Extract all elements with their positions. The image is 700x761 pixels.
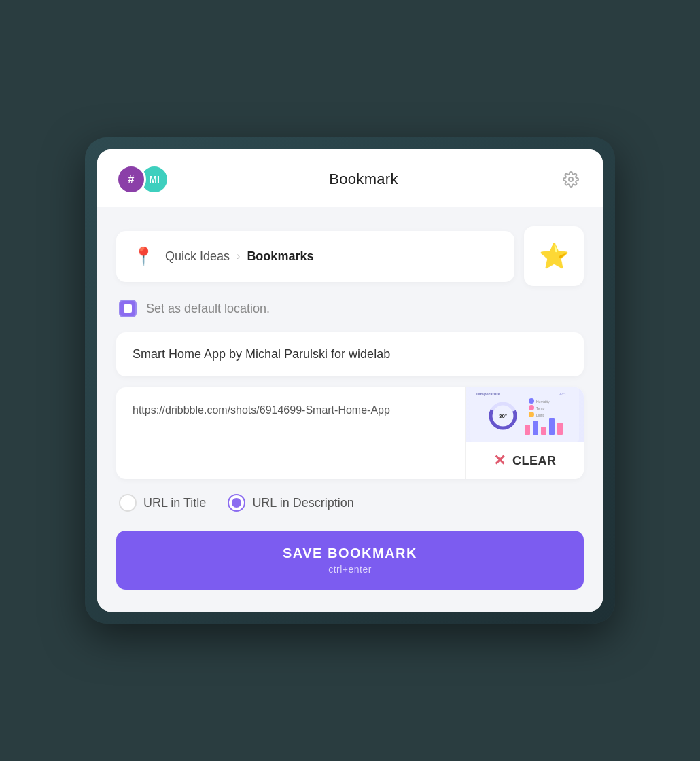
radio-circle-description bbox=[228, 494, 245, 512]
title-input[interactable] bbox=[133, 347, 567, 361]
location-card[interactable]: 📍 Quick Ideas › Bookmarks bbox=[116, 231, 514, 282]
default-location-row: Set as default location. bbox=[116, 300, 584, 317]
main-card: # MI Bookmark 📍 Quick Ideas › bbox=[97, 149, 603, 612]
settings-button[interactable] bbox=[558, 166, 584, 192]
star-button[interactable]: ⭐ bbox=[524, 226, 584, 286]
url-input[interactable]: https://dribbble.com/shots/6914699-Smart… bbox=[133, 402, 449, 451]
location-parent: Quick Ideas bbox=[165, 249, 230, 264]
header: # MI Bookmark bbox=[97, 149, 603, 207]
svg-text:Light: Light bbox=[536, 413, 544, 417]
location-path: Quick Ideas › Bookmarks bbox=[165, 249, 313, 264]
location-pin-icon: 📍 bbox=[133, 246, 154, 267]
url-row: https://dribbble.com/shots/6914699-Smart… bbox=[116, 387, 584, 479]
svg-text:Temperature: Temperature bbox=[476, 392, 501, 396]
outer-wrapper: # MI Bookmark 📍 Quick Ideas › bbox=[85, 137, 615, 624]
avatar-group: # MI bbox=[116, 164, 169, 194]
body: 📍 Quick Ideas › Bookmarks ⭐ Set as defau… bbox=[97, 207, 603, 612]
location-row: 📍 Quick Ideas › Bookmarks ⭐ bbox=[116, 226, 584, 286]
location-current: Bookmarks bbox=[247, 249, 313, 264]
radio-label-title: URL in Title bbox=[143, 496, 206, 510]
clear-x-icon: ✕ bbox=[493, 452, 506, 470]
clear-label: CLEAR bbox=[512, 454, 557, 468]
radio-circle-title bbox=[119, 494, 137, 512]
page-title: Bookmark bbox=[329, 171, 398, 188]
svg-text:Humidity: Humidity bbox=[536, 400, 550, 404]
default-location-checkbox[interactable] bbox=[119, 300, 137, 317]
star-icon: ⭐ bbox=[539, 242, 570, 270]
clear-button[interactable]: ✕ CLEAR bbox=[466, 442, 584, 479]
svg-rect-11 bbox=[557, 423, 563, 435]
radio-url-in-title[interactable]: URL in Title bbox=[119, 494, 206, 512]
save-bookmark-label: SAVE BOOKMARK bbox=[283, 546, 417, 561]
svg-rect-9 bbox=[541, 427, 546, 435]
title-input-wrapper bbox=[116, 332, 584, 376]
url-preview-panel: Temperature 37°C 30° bbox=[465, 387, 584, 479]
svg-rect-7 bbox=[525, 425, 530, 435]
url-preview-image: Temperature 37°C 30° bbox=[466, 387, 584, 442]
svg-rect-8 bbox=[533, 421, 538, 435]
svg-point-0 bbox=[569, 177, 573, 181]
radio-url-in-description[interactable]: URL in Description bbox=[228, 494, 353, 512]
url-input-area: https://dribbble.com/shots/6914699-Smart… bbox=[116, 387, 465, 479]
svg-rect-10 bbox=[549, 418, 555, 435]
save-bookmark-shortcut: ctrl+enter bbox=[328, 564, 372, 575]
svg-point-14 bbox=[529, 405, 534, 410]
default-location-label: Set as default location. bbox=[146, 302, 270, 316]
svg-point-16 bbox=[529, 412, 534, 417]
radio-label-description: URL in Description bbox=[252, 496, 353, 510]
svg-text:37°C: 37°C bbox=[559, 392, 568, 396]
svg-text:Temp: Temp bbox=[536, 406, 544, 410]
save-bookmark-button[interactable]: SAVE BOOKMARK ctrl+enter bbox=[116, 531, 584, 590]
svg-text:30°: 30° bbox=[499, 413, 507, 419]
svg-point-12 bbox=[529, 398, 534, 404]
radio-row: URL in Title URL in Description bbox=[116, 494, 584, 512]
avatar-hash: # bbox=[116, 164, 146, 194]
chevron-icon: › bbox=[237, 250, 240, 262]
